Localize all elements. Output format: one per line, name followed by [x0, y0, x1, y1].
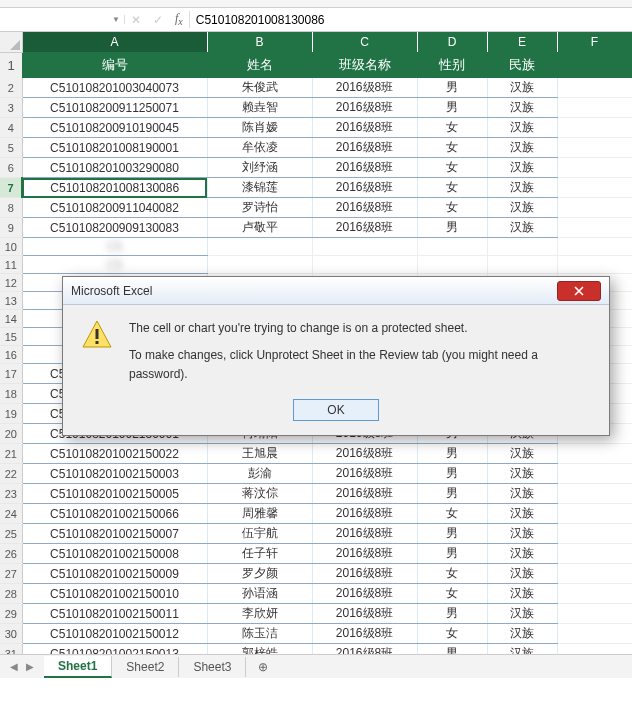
tab-next-icon[interactable]: ▶	[26, 661, 34, 672]
cell[interactable]: 2016级8班	[312, 564, 417, 584]
select-all-corner[interactable]	[0, 32, 22, 52]
row-header[interactable]: 16	[0, 346, 22, 364]
row-header[interactable]: 29	[0, 604, 22, 624]
cell[interactable]: 汉族	[487, 524, 557, 544]
row-header[interactable]: 18	[0, 384, 22, 404]
cell[interactable]: 2016级8班	[312, 78, 417, 98]
cell[interactable]	[557, 504, 632, 524]
cell[interactable]: C510108200909130083	[22, 218, 207, 238]
cell[interactable]: 女	[417, 138, 487, 158]
row-header[interactable]: 24	[0, 504, 22, 524]
cell[interactable]: C510108200911250071	[22, 98, 207, 118]
cell[interactable]: 汉族	[487, 464, 557, 484]
cell[interactable]: 女	[417, 158, 487, 178]
cell[interactable]: 汉族	[487, 118, 557, 138]
cell[interactable]	[557, 158, 632, 178]
table-row[interactable]: 8C510108200911040082罗诗怡2016级8班女汉族	[0, 198, 632, 218]
table-row[interactable]: 25C510108201002150007伍宇航2016级8班男汉族	[0, 524, 632, 544]
col-header-A[interactable]: A	[22, 32, 207, 52]
table-row[interactable]: 26C510108201002150008任子轩2016级8班男汉族	[0, 544, 632, 564]
cell[interactable]: C510108201002150011	[22, 604, 207, 624]
cell[interactable]: C510108200910190045	[22, 118, 207, 138]
table-row[interactable]: 6C510108201003290080刘纾涵2016级8班女汉族	[0, 158, 632, 178]
name-box[interactable]	[8, 10, 108, 30]
cell[interactable]: 2016级8班	[312, 624, 417, 644]
cell[interactable]	[557, 484, 632, 504]
cell[interactable]: 2016级8班	[312, 118, 417, 138]
row-header[interactable]: 25	[0, 524, 22, 544]
cell[interactable]	[487, 238, 557, 256]
table-row[interactable]: 10C5	[0, 238, 632, 256]
row-header[interactable]: 30	[0, 624, 22, 644]
table-row[interactable]: 23C510108201002150005蒋汶倧2016级8班男汉族	[0, 484, 632, 504]
row-header[interactable]: 7	[0, 178, 22, 198]
cell[interactable]: 2016级8班	[312, 198, 417, 218]
cell[interactable]: 汉族	[487, 138, 557, 158]
table-row[interactable]: 3C510108200911250071赖垚智2016级8班男汉族	[0, 98, 632, 118]
header-cell[interactable]: 编号	[22, 52, 207, 78]
cell[interactable]: 任子轩	[207, 544, 312, 564]
row-header[interactable]: 22	[0, 464, 22, 484]
row-header[interactable]: 2	[0, 78, 22, 98]
cell[interactable]: C510108201003290080	[22, 158, 207, 178]
cell[interactable]	[557, 118, 632, 138]
cell[interactable]	[557, 524, 632, 544]
cell[interactable]: 2016级8班	[312, 138, 417, 158]
cell[interactable]: C510108201003040073	[22, 78, 207, 98]
cell[interactable]	[207, 256, 312, 274]
row-header[interactable]: 5	[0, 138, 22, 158]
table-row[interactable]: 4C510108200910190045陈肖嫒2016级8班女汉族	[0, 118, 632, 138]
cell[interactable]: 汉族	[487, 624, 557, 644]
table-row[interactable]: 2C510108201003040073朱俊武2016级8班男汉族	[0, 78, 632, 98]
cell[interactable]: 2016级8班	[312, 524, 417, 544]
row-header[interactable]: 4	[0, 118, 22, 138]
col-header-D[interactable]: D	[417, 32, 487, 52]
cell[interactable]: 2016级8班	[312, 604, 417, 624]
cell[interactable]	[557, 238, 632, 256]
cell[interactable]: 男	[417, 444, 487, 464]
table-row[interactable]: 22C510108201002150003彭渝2016级8班男汉族	[0, 464, 632, 484]
table-row[interactable]: 21C510108201002150022王旭晨2016级8班男汉族	[0, 444, 632, 464]
cell[interactable]: 朱俊武	[207, 78, 312, 98]
cell[interactable]: 2016级8班	[312, 444, 417, 464]
dialog-ok-button[interactable]: OK	[293, 399, 379, 421]
tab-sheet3[interactable]: Sheet3	[179, 657, 246, 677]
row-header[interactable]: 26	[0, 544, 22, 564]
row-header[interactable]: 19	[0, 404, 22, 424]
cell[interactable]: 2016级8班	[312, 178, 417, 198]
cell[interactable]	[557, 256, 632, 274]
cell[interactable]: 2016级8班	[312, 544, 417, 564]
cell[interactable]: 汉族	[487, 584, 557, 604]
cell[interactable]: 罗诗怡	[207, 198, 312, 218]
cell[interactable]: 彭渝	[207, 464, 312, 484]
table-row[interactable]: 28C510108201002150010孙语涵2016级8班女汉族	[0, 584, 632, 604]
cell[interactable]	[557, 584, 632, 604]
cell[interactable]: 漆锦莲	[207, 178, 312, 198]
dialog-titlebar[interactable]: Microsoft Excel	[63, 277, 609, 305]
cell[interactable]: 女	[417, 564, 487, 584]
cell[interactable]: 蒋汶倧	[207, 484, 312, 504]
table-row[interactable]: 24C510108201002150066周雅馨2016级8班女汉族	[0, 504, 632, 524]
cell[interactable]: C5	[22, 238, 207, 256]
cell[interactable]: 汉族	[487, 504, 557, 524]
row-header[interactable]: 14	[0, 310, 22, 328]
column-header-row[interactable]: A B C D E F	[0, 32, 632, 52]
cell[interactable]: 李欣妍	[207, 604, 312, 624]
row-header[interactable]: 27	[0, 564, 22, 584]
cell[interactable]: C5	[22, 256, 207, 274]
dialog-close-button[interactable]	[557, 281, 601, 301]
table-row[interactable]: 27C510108201002150009罗夕颜2016级8班女汉族	[0, 564, 632, 584]
cell[interactable]: 女	[417, 504, 487, 524]
row-header[interactable]: 8	[0, 198, 22, 218]
tab-sheet1[interactable]: Sheet1	[44, 656, 112, 678]
row-header[interactable]: 23	[0, 484, 22, 504]
cell[interactable]	[557, 78, 632, 98]
cell[interactable]: 卢敬平	[207, 218, 312, 238]
cell[interactable]: 牟依凌	[207, 138, 312, 158]
row-header[interactable]: 10	[0, 238, 22, 256]
table-row[interactable]: 5C510108201008190001牟依凌2016级8班女汉族	[0, 138, 632, 158]
header-cell[interactable]: 姓名	[207, 52, 312, 78]
row-header[interactable]: 6	[0, 158, 22, 178]
cell[interactable]	[557, 544, 632, 564]
cell[interactable]: C510108201002150009	[22, 564, 207, 584]
